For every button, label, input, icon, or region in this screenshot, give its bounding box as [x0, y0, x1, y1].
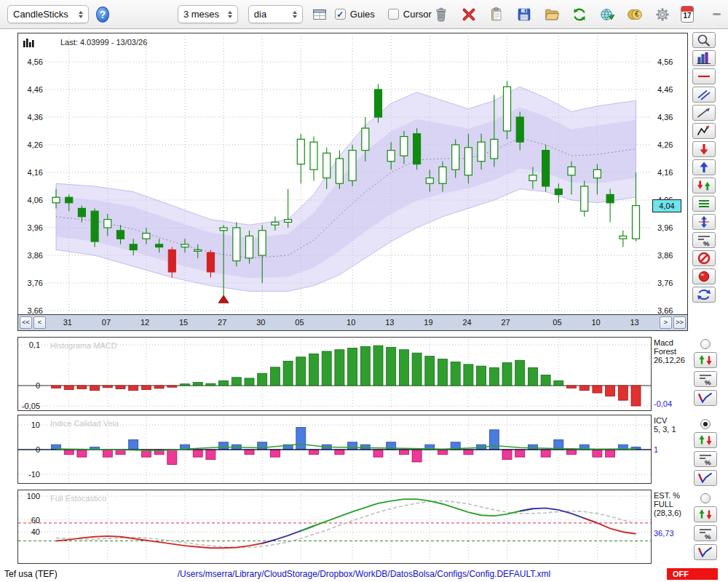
vertical-range-icon[interactable]	[692, 214, 716, 230]
percent-lines-icon[interactable]: %	[694, 525, 717, 541]
price-tick-right: 3,66	[657, 306, 673, 315]
x-axis-tick: 15	[179, 318, 188, 327]
last-price-badge: 4,04	[652, 199, 681, 212]
stepper-icon	[293, 11, 297, 18]
record-icon[interactable]	[692, 268, 716, 284]
svg-text:-10: -10	[28, 470, 40, 479]
panels-icon[interactable]	[310, 5, 329, 24]
zoom-icon[interactable]	[692, 32, 716, 48]
coins-icon[interactable]: €	[625, 5, 644, 24]
price-tick-left: 4,46	[20, 85, 43, 94]
disable-icon[interactable]	[692, 250, 716, 266]
cursor-label: Cursor	[403, 9, 432, 20]
save-icon[interactable]	[515, 5, 534, 24]
scroll-first-button[interactable]: <<	[20, 316, 32, 329]
price-tick-left: 4,36	[20, 113, 43, 121]
trash-icon[interactable]	[432, 5, 451, 24]
parallel-lines-icon[interactable]	[692, 87, 716, 103]
price-tick-right: 3,96	[657, 223, 673, 232]
svg-text:%: %	[705, 378, 711, 386]
help-button[interactable]: ?	[96, 7, 109, 23]
open-folder-icon[interactable]	[542, 5, 561, 24]
toolbar-icon-group: €	[432, 5, 672, 24]
updown-arrows-icon[interactable]	[694, 432, 717, 448]
x-axis-tick: 24	[462, 318, 471, 327]
scroll-prev-button[interactable]: <	[33, 316, 46, 329]
scroll-last-button[interactable]: >>	[673, 316, 686, 329]
status-bar: Tef usa (TEF) /Users/mserra/Library/Clou…	[0, 565, 728, 582]
icv-radio-button[interactable]	[700, 419, 711, 429]
price-tick-left: 3,96	[20, 223, 43, 232]
price-tick-right: 3,86	[657, 251, 673, 260]
macd-value: -0,04	[654, 399, 672, 408]
buy-sell-arrows-icon[interactable]	[692, 178, 716, 194]
guides-checkbox[interactable]: ✓ Guies	[335, 9, 375, 20]
question-mark-icon: ?	[100, 9, 106, 20]
horizontal-line-icon[interactable]	[692, 68, 716, 84]
svg-text:-0,05: -0,05	[22, 402, 40, 410]
list-icon[interactable]	[692, 196, 716, 212]
recycle-icon[interactable]	[570, 5, 589, 24]
updown-arrows-icon[interactable]	[694, 352, 717, 368]
icv-bars-chart[interactable]: 100-10Indice Calidad Vela	[18, 415, 651, 483]
timeframe-value: dia	[254, 9, 266, 20]
price-tick-right: 4,26	[657, 140, 673, 149]
candlestick-chart[interactable]	[46, 33, 652, 316]
svg-text:Indice Calidad Vela: Indice Calidad Vela	[50, 419, 119, 428]
calendar-day: 17	[681, 12, 693, 20]
arrow-up-icon[interactable]	[692, 159, 716, 175]
reload-icon[interactable]	[692, 287, 716, 303]
globe-icon[interactable]	[598, 5, 617, 24]
arrow-down-icon[interactable]	[692, 141, 716, 157]
macd-histogram-chart[interactable]: 0,10-0,05Histograma MACD	[18, 338, 651, 410]
delete-icon[interactable]	[459, 5, 478, 24]
calendar-icon[interactable]: 17	[681, 6, 694, 23]
chart-type-value: CandleSticks	[13, 9, 68, 20]
macd-radio-button[interactable]	[700, 339, 711, 349]
last-price-label: Last: 4.03999 - 13/03/26	[60, 38, 147, 47]
gear-icon[interactable]	[653, 5, 672, 24]
x-axis-tick: 31	[63, 318, 72, 327]
chart-style-icon[interactable]	[23, 38, 36, 50]
timeframe-select[interactable]: dia	[248, 5, 303, 23]
svg-text:€: €	[635, 10, 639, 18]
tool-sidebar: %	[692, 32, 716, 303]
bar-chart-icon[interactable]	[692, 50, 716, 66]
off-toggle[interactable]: OFF	[667, 568, 718, 580]
stochastic-right-labels: EST. %FULL(28,3,6) 36,73	[654, 491, 699, 564]
x-axis-tick: 27	[218, 318, 226, 327]
updown-arrows-icon[interactable]	[694, 506, 717, 522]
svg-text:10: 10	[31, 420, 40, 429]
stochastic-chart[interactable]: 1006040Full Estocastico	[18, 490, 651, 563]
stochastic-params: EST. %	[654, 491, 699, 500]
percent-lines-icon[interactable]: %	[694, 371, 717, 387]
chart-type-select[interactable]: CandleSticks	[7, 5, 89, 23]
icv-right-labels: ICV5, 3, 1 1	[654, 416, 699, 484]
price-tick-left: 4,16	[20, 168, 43, 177]
period-select[interactable]: 3 meses	[178, 5, 238, 23]
percent-lines-icon[interactable]: %	[692, 232, 716, 248]
curve-icon[interactable]	[694, 390, 717, 406]
guides-label: Guies	[350, 9, 375, 20]
trendline-icon[interactable]	[692, 105, 716, 121]
x-axis-tick: 13	[630, 318, 639, 327]
main-chart-panel: 4,564,464,364,264,164,063,963,863,763,66…	[17, 33, 688, 315]
stepper-icon	[79, 11, 83, 18]
x-axis-tick: 13	[385, 318, 394, 327]
stochastic-value: 36,73	[654, 529, 674, 538]
curve-icon[interactable]	[694, 470, 717, 486]
svg-text:%: %	[705, 533, 711, 540]
price-tick-right: 4,56	[657, 57, 673, 66]
curve-icon[interactable]	[694, 544, 717, 560]
zigzag-icon[interactable]	[692, 123, 716, 139]
stochastic-controls: %	[694, 493, 717, 560]
stoch-radio-button[interactable]	[700, 493, 711, 503]
svg-text:%: %	[703, 239, 710, 247]
scroll-next-button[interactable]: >	[660, 316, 672, 329]
cursor-checkbox[interactable]: Cursor	[388, 9, 432, 20]
paste-icon[interactable]	[487, 5, 506, 24]
macd-params: Macd	[654, 338, 699, 347]
percent-lines-icon[interactable]: %	[694, 451, 717, 467]
x-axis-tick: 10	[347, 318, 355, 327]
svg-text:100: 100	[27, 492, 40, 501]
